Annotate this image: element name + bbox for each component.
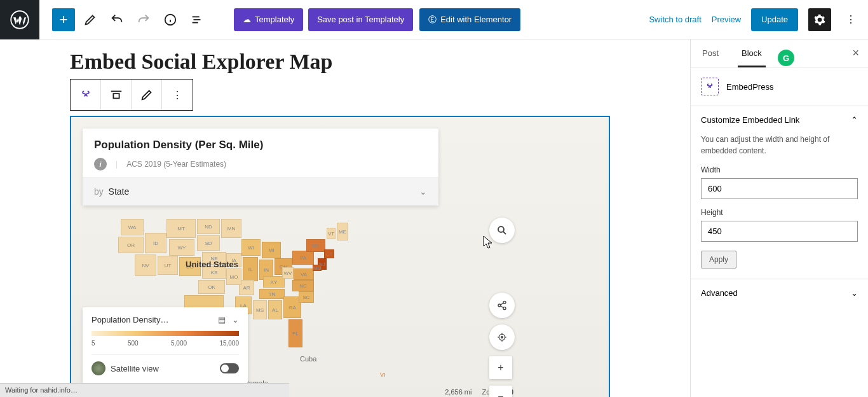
width-input[interactable] — [701, 178, 858, 199]
svg-line-14 — [501, 303, 504, 305]
close-sidebar-button[interactable]: × — [843, 46, 868, 60]
undo-icon[interactable] — [105, 8, 128, 31]
legend-collapse-icon[interactable]: ⌄ — [232, 315, 239, 324]
legend-gradient — [92, 331, 239, 336]
add-block-button[interactable]: + — [52, 8, 75, 31]
map-share-button[interactable] — [489, 293, 515, 318]
height-label: Height — [701, 208, 858, 217]
preview-link[interactable]: Preview — [712, 15, 741, 24]
elementor-icon: Ⓔ — [428, 14, 437, 25]
country-label: United States — [186, 260, 238, 269]
wp-logo[interactable] — [0, 0, 39, 39]
map-legend: Population Density… ▤ ⌄ 5 500 5,000 15,0… — [83, 307, 248, 383]
panel-customize-head[interactable]: Customize Embedded Link ⌃ — [691, 106, 868, 134]
tab-block[interactable]: Block — [730, 39, 773, 67]
svg-point-11 — [503, 301, 506, 303]
height-input[interactable] — [701, 221, 858, 242]
block-identity: EmbedPress — [691, 67, 868, 106]
width-label: Width — [701, 165, 858, 174]
settings-button[interactable] — [808, 8, 831, 31]
panel-advanced: Advanced ⌄ — [691, 279, 868, 307]
svg-line-10 — [503, 232, 506, 234]
map-locate-button[interactable] — [489, 324, 515, 350]
svg-line-15 — [501, 306, 504, 308]
map-by-selector[interactable]: by State ⌄ — [83, 177, 438, 205]
cursor-icon — [483, 235, 493, 249]
info-icon[interactable] — [159, 8, 182, 31]
panel-desc: You can adjust the width and height of e… — [701, 134, 858, 157]
chevron-up-icon: ⌃ — [851, 115, 858, 125]
apply-button[interactable]: Apply — [701, 251, 736, 268]
chevron-down-icon: ⌄ — [851, 288, 858, 298]
svg-point-12 — [498, 304, 501, 307]
panel-advanced-head[interactable]: Advanced ⌄ — [691, 279, 868, 307]
cuba-label: Cuba — [300, 355, 316, 363]
grammarly-icon[interactable]: G — [778, 50, 794, 66]
templately-label: Templately — [255, 15, 294, 24]
map-search-button[interactable] — [489, 218, 515, 243]
update-button[interactable]: Update — [751, 8, 798, 31]
chevron-down-icon: ⌄ — [419, 186, 427, 197]
satellite-toggle[interactable] — [220, 363, 239, 373]
map-zoom-out-button[interactable]: − — [489, 386, 512, 397]
outline-icon[interactable] — [186, 8, 208, 31]
block-name-label: EmbedPress — [726, 82, 773, 92]
save-templately-label: Save post in Templately — [317, 15, 404, 24]
switch-draft-link[interactable]: Switch to draft — [649, 15, 701, 24]
satellite-label: Satellite view — [111, 364, 159, 373]
svg-point-9 — [498, 226, 504, 232]
block-more-icon[interactable]: ⋮ — [162, 80, 193, 110]
edit-icon[interactable] — [79, 8, 102, 31]
block-align-icon[interactable] — [101, 80, 132, 110]
block-type-icon[interactable] — [71, 80, 101, 110]
map-zoom-in-button[interactable]: + — [489, 356, 512, 379]
svg-point-17 — [501, 337, 503, 338]
map-title: Population Density (Per Sq. Mile) — [94, 139, 427, 151]
more-options-button[interactable]: ⋮ — [841, 13, 860, 25]
legend-list-icon[interactable]: ▤ — [218, 315, 226, 324]
block-edit-icon[interactable] — [132, 80, 162, 110]
panel-customize: Customize Embedded Link ⌃ You can adjust… — [691, 106, 868, 279]
block-toolbar: ⋮ — [70, 79, 193, 111]
top-toolbar: + ☁ Templately Save post in Templately Ⓔ… — [0, 0, 868, 39]
tab-post[interactable]: Post — [691, 39, 730, 67]
save-templately-button[interactable]: Save post in Templately — [308, 8, 413, 31]
redo-icon[interactable] — [132, 8, 155, 31]
embed-frame: WA OR ID MT WY ND SD MN NV UT CO NE KS O… — [70, 116, 610, 397]
elementor-button[interactable]: Ⓔ Edit with Elementor — [419, 8, 520, 31]
svg-rect-8 — [113, 94, 119, 98]
svg-point-13 — [503, 307, 506, 310]
templately-icon: ☁ — [243, 15, 251, 24]
map-info-icon[interactable]: i — [94, 158, 107, 171]
embedpress-icon — [701, 78, 719, 95]
status-bar: Waiting for nahid.info… — [0, 383, 289, 397]
editor-canvas: Embed Social Explorer Map ⋮ WA OR ID MT … — [0, 39, 690, 397]
elementor-label: Edit with Elementor — [440, 15, 512, 24]
legend-ticks: 5 500 5,000 15,000 — [92, 340, 239, 347]
map-source: ACS 2019 (5-Year Estimates) — [126, 160, 226, 169]
page-title[interactable]: Embed Social Explorer Map — [70, 50, 660, 74]
satellite-thumb — [92, 361, 105, 375]
settings-sidebar: Post Block × EmbedPress Customize Embedd… — [690, 39, 868, 397]
map-info-card: Population Density (Per Sq. Mile) i | AC… — [83, 129, 438, 205]
legend-title: Population Density… — [92, 315, 168, 324]
templately-button[interactable]: ☁ Templately — [234, 8, 303, 31]
